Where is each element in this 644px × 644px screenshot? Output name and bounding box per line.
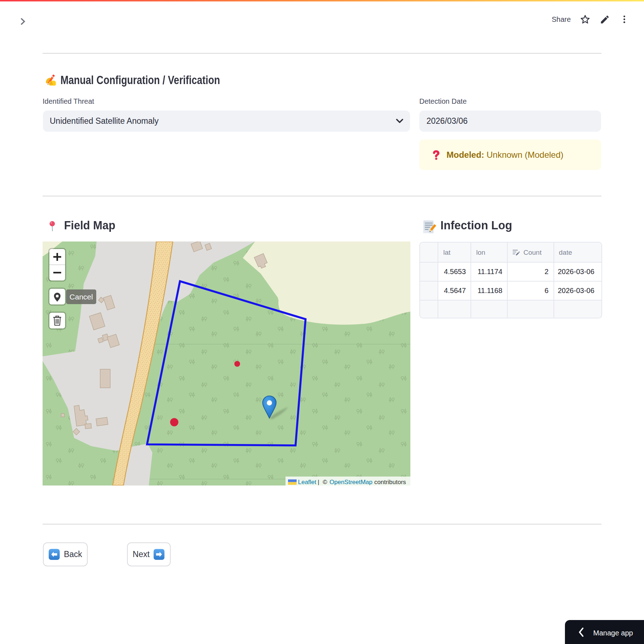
svg-text:Leaflet: Leaflet xyxy=(298,479,316,486)
svg-text:OpenStreetMap: OpenStreetMap xyxy=(330,479,372,486)
svg-text:©: © xyxy=(323,479,327,486)
svg-text:contributors: contributors xyxy=(374,479,406,486)
svg-text:|: | xyxy=(318,479,319,486)
svg-text:Cancel: Cancel xyxy=(69,293,93,301)
